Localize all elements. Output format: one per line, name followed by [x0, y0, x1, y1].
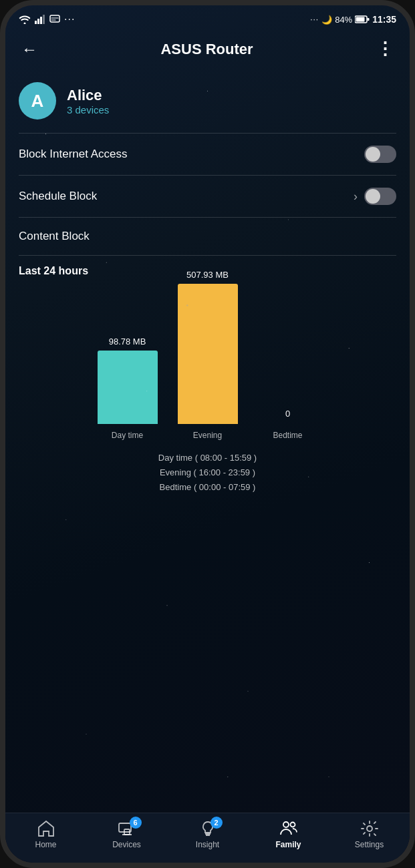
legend-daytime: Day time ( 08:00 - 15:59 ): [25, 451, 390, 465]
phone-frame: ··· ··· 🌙 84% 11:35 ← ASUS Router ⋮: [0, 0, 415, 868]
schedule-block-label: Schedule Block: [19, 190, 97, 203]
battery-level: 84%: [335, 15, 352, 25]
svg-rect-3: [43, 15, 45, 24]
block-internet-row: Block Internet Access: [5, 134, 410, 175]
bar-bedtime: [258, 423, 318, 424]
schedule-block-toggle[interactable]: [364, 188, 396, 205]
phone-screen: ··· ··· 🌙 84% 11:35 ← ASUS Router ⋮: [5, 5, 410, 863]
back-button[interactable]: ←: [19, 37, 40, 61]
status-right-icons: ··· 🌙 84% 11:35: [310, 14, 396, 25]
bar-daytime: [98, 351, 158, 424]
bottom-nav: Home 6 Devices: [5, 813, 410, 863]
devices-badge: 6: [130, 817, 142, 829]
app-header: ← ASUS Router ⋮: [5, 29, 410, 72]
block-internet-toggle[interactable]: [364, 146, 396, 163]
block-internet-label: Block Internet Access: [19, 148, 128, 161]
svg-rect-1: [37, 19, 39, 24]
bar-value-bedtime: 0: [285, 409, 290, 419]
moon-icon: 🌙: [321, 15, 332, 25]
profile-name: Alice: [67, 87, 109, 104]
bar-group-daytime: 98.78 MB Day time: [98, 337, 158, 440]
schedule-block-controls: ›: [354, 188, 396, 205]
settings-icon: [360, 820, 379, 837]
bar-evening: [178, 284, 238, 424]
nav-item-home[interactable]: Home: [26, 820, 66, 849]
home-icon: [37, 820, 55, 837]
chart-legend: Day time ( 08:00 - 15:59 ) Evening ( 16:…: [19, 451, 396, 495]
bar-group-evening: 507.93 MB Evening: [178, 270, 238, 440]
svg-rect-2: [40, 17, 42, 24]
status-bar: ··· ··· 🌙 84% 11:35: [5, 5, 410, 29]
svg-point-10: [283, 822, 289, 827]
sim-icon: [49, 15, 60, 24]
svg-point-12: [367, 826, 372, 831]
nav-family-label: Family: [275, 840, 301, 849]
nav-devices-icon-wrap: 6: [118, 820, 136, 837]
bar-group-bedtime: 0 Bedtime: [258, 409, 318, 440]
profile-section: A Alice 3 devices: [5, 72, 410, 133]
svg-rect-7: [368, 18, 370, 21]
content-block-label: Content Block: [19, 230, 90, 242]
chevron-right-icon: ›: [354, 190, 358, 204]
content-block-row[interactable]: Content Block: [5, 218, 410, 255]
avatar-initial: A: [31, 91, 44, 112]
svg-rect-4: [50, 15, 59, 22]
nav-item-settings[interactable]: Settings: [350, 820, 390, 849]
svg-point-11: [290, 823, 295, 827]
app-title: ASUS Router: [160, 41, 253, 58]
nav-item-insight[interactable]: 2 Insight: [188, 820, 228, 849]
time-display: 11:35: [372, 14, 396, 25]
battery-icon: [355, 15, 370, 23]
nav-insight-label: Insight: [196, 840, 219, 849]
nav-settings-label: Settings: [355, 840, 384, 849]
profile-devices-count: 3 devices: [67, 104, 109, 116]
status-dots: ···: [64, 13, 75, 25]
nav-devices-label: Devices: [112, 840, 141, 849]
chart-section: Last 24 hours 98.78 MB Day time 507.93 M…: [5, 256, 410, 495]
nav-item-devices[interactable]: 6 Devices: [107, 820, 147, 849]
status-left-icons: ···: [19, 13, 75, 25]
nav-insight-icon-wrap: 2: [198, 820, 217, 837]
nav-settings-icon-wrap: [360, 820, 379, 837]
wifi-icon: [19, 15, 31, 24]
nav-home-label: Home: [35, 840, 56, 849]
nav-home-icon-wrap: [37, 820, 55, 837]
family-icon: [278, 820, 299, 837]
avatar: A: [19, 82, 56, 120]
bar-value-evening: 507.93 MB: [186, 270, 229, 280]
nav-family-icon-wrap: [278, 820, 299, 837]
legend-evening: Evening ( 16:00 - 23:59 ): [25, 465, 390, 480]
svg-rect-0: [35, 21, 37, 24]
bar-label-bedtime: Bedtime: [273, 431, 302, 440]
signal-icon: [35, 15, 45, 24]
bar-label-daytime: Day time: [112, 431, 143, 440]
bar-label-evening: Evening: [193, 431, 222, 440]
legend-bedtime: Bedtime ( 00:00 - 07:59 ): [25, 480, 390, 495]
profile-info: Alice 3 devices: [67, 87, 109, 116]
status-ellipsis: ···: [310, 15, 319, 24]
bar-value-daytime: 98.78 MB: [109, 337, 146, 347]
schedule-block-row[interactable]: Schedule Block ›: [5, 176, 410, 217]
more-menu-button[interactable]: ⋮: [374, 36, 396, 62]
nav-item-family[interactable]: Family: [269, 820, 309, 849]
chart-container: 98.78 MB Day time 507.93 MB Evening 0 Be…: [19, 293, 396, 440]
svg-rect-6: [356, 17, 365, 22]
insight-badge: 2: [211, 817, 223, 829]
